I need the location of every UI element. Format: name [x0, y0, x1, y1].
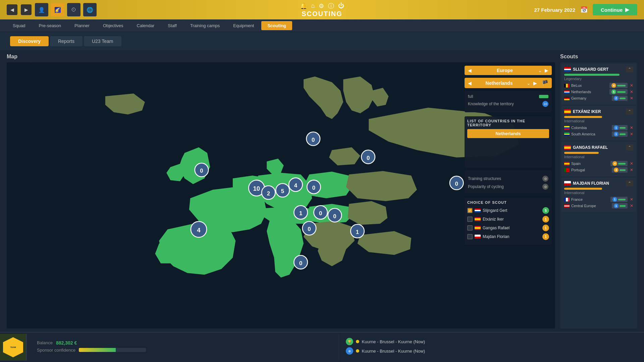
gangas-panel-flag — [564, 145, 571, 150]
sponsor-bar-fill — [79, 348, 116, 352]
sub-tabs: Discovery Reports U23 Team — [0, 32, 644, 50]
nav-planner[interactable]: Planner — [68, 21, 96, 30]
netherlands-bar — [617, 91, 626, 93]
scout-flag-name-etxaniz: ETXÁNIZ IKER — [564, 109, 601, 114]
belux-region-row: BeLux 4 ✕ — [564, 83, 633, 88]
belux-num: 4 — [609, 83, 628, 88]
belux-remove-button[interactable]: ✕ — [630, 83, 633, 88]
nav-calendar[interactable]: Calendar — [131, 21, 161, 30]
country-selector[interactable]: ◀ Netherlands ⌄ ▶ 🏴 — [465, 78, 552, 88]
scout-checkbox-gangas[interactable] — [467, 225, 473, 231]
scout-checkbox-etxaniz[interactable] — [467, 217, 473, 222]
continue-button[interactable]: Continue ▶ — [593, 4, 637, 15]
portugal-remove-button[interactable]: ✕ — [630, 168, 633, 172]
nav-back-button[interactable]: ◀ — [7, 4, 17, 15]
nav-preseason[interactable]: Pre-season — [33, 21, 67, 30]
scouting-icon-button[interactable]: 🌠 — [51, 3, 64, 16]
portugal-bar — [620, 169, 626, 171]
germany-num: 2 — [612, 96, 628, 101]
colombia-remove-button[interactable]: ✕ — [630, 125, 633, 130]
region-chevron-down[interactable]: ⌄ — [538, 68, 542, 73]
gangas-expand-button[interactable]: ⌃ — [626, 144, 633, 150]
centraleurope-flag — [564, 204, 570, 208]
selected-country[interactable]: Netherlands — [467, 129, 549, 138]
power-icon[interactable]: ⏻ — [338, 2, 344, 9]
scout-choice-majdan[interactable]: Majdan Florian 1 — [467, 233, 549, 240]
nav-equipment[interactable]: Equipment — [227, 21, 260, 30]
portugal-flag — [564, 168, 570, 172]
spain-controls: 4 ✕ — [610, 161, 633, 166]
knowledge-row: Knowledge of the territory 10 — [468, 101, 548, 107]
event-text-2: Kuurne - Brussel - Kuurne (Now) — [362, 349, 425, 354]
nav-forward-button[interactable]: ▶ — [21, 4, 32, 15]
countries-list-title: LIST OF COUNTRIES IN THE TERRITORY — [467, 119, 549, 127]
work-bars — [539, 95, 548, 98]
country-next-arrow[interactable]: ▶ — [533, 80, 537, 86]
event-dot-2 — [356, 349, 359, 353]
centraleurope-remove-button[interactable]: ✕ — [630, 203, 633, 208]
nav-staff[interactable]: Staff — [162, 21, 183, 30]
colombia-num: 1 — [612, 125, 628, 130]
scout-choice-etxaniz[interactable]: Etxániz Iker 1 — [467, 216, 549, 223]
etxaniz-full-name: ETXÁNIZ IKER — [573, 109, 601, 114]
germany-controls: 2 ✕ — [612, 96, 633, 101]
region-selector[interactable]: ◀ Europe ⌄ ▶ — [465, 66, 552, 75]
nav-squad[interactable]: Squad — [7, 21, 32, 30]
germany-flag — [564, 97, 570, 100]
info-icon[interactable]: ⓘ — [328, 2, 334, 10]
popularity-gear-icon: ⚙ — [542, 184, 548, 190]
nav-training-camps[interactable]: Training camps — [184, 21, 226, 30]
calendar-icon[interactable]: 📅 — [580, 6, 588, 13]
calendar-icon-button[interactable]: ⏲ — [67, 3, 80, 16]
nav-objectives[interactable]: Objectives — [97, 21, 129, 30]
knowledge-icon: 10 — [542, 101, 548, 107]
event-dot-1 — [356, 340, 359, 343]
gangas-flag — [475, 226, 481, 230]
tab-reports[interactable]: Reports — [50, 36, 83, 46]
country-prev-arrow[interactable]: ◀ — [468, 80, 472, 86]
spain-remove-button[interactable]: ✕ — [630, 161, 633, 166]
scout-choice-gangas[interactable]: Gangas Rafael 1 — [467, 225, 549, 231]
portugal-circle: 4 — [614, 168, 619, 172]
region-prev-arrow[interactable]: ◀ — [468, 68, 472, 73]
country-chevron-down[interactable]: ⌄ — [527, 80, 531, 86]
majdan-expand-button[interactable]: ⌃ — [626, 180, 633, 186]
svg-text:0: 0 — [319, 210, 322, 217]
belux-region-name: BeLux — [564, 83, 582, 87]
flag-icon[interactable]: 🏴 — [542, 80, 548, 86]
scout-checkbox-slijngard[interactable]: ✓ — [467, 208, 473, 213]
settings-icon[interactable]: ⚙ — [319, 2, 324, 10]
france-circle: 1 — [612, 197, 617, 202]
netherlands-remove-button[interactable]: ✕ — [630, 89, 633, 94]
scouts-panel: Scouts SLIJNGARD GERT ⌃ Legendary — [560, 54, 637, 328]
etxaniz-quality-bar — [564, 116, 602, 118]
svg-text:0: 0 — [299, 260, 302, 266]
globe-icon-button[interactable]: 🌐 — [83, 3, 97, 16]
sponsor-bar-container — [79, 348, 146, 352]
centraleurope-controls: 1 ✕ — [612, 203, 633, 208]
bell-icon[interactable]: 🔔 — [300, 2, 307, 10]
tab-u23-team[interactable]: U23 Team — [84, 36, 121, 46]
nav-scouting[interactable]: Scouting — [261, 21, 292, 30]
svg-text:0: 0 — [455, 181, 458, 187]
tab-discovery[interactable]: Discovery — [10, 36, 49, 46]
belux-controls: 4 ✕ — [609, 83, 633, 88]
etxaniz-expand-button[interactable]: ⌃ — [626, 109, 633, 115]
germany-remove-button[interactable]: ✕ — [630, 96, 633, 101]
map-container: 4 10 2 5 4 0 0 1 0 — [7, 62, 555, 328]
popularity-row: Popularity of cycling ⚙ — [468, 184, 548, 190]
scout-choice-slijngard[interactable]: ✓ Slijngard Gert 5 — [467, 207, 549, 214]
netherlands-circle: 5 — [611, 89, 616, 94]
slijngard-expand-button[interactable]: ⌃ — [626, 66, 633, 72]
region-next-arrow[interactable]: ▶ — [545, 68, 548, 73]
home-icon[interactable]: ⌂ — [311, 2, 315, 9]
southamerica-flag — [564, 132, 570, 136]
balance-value: 882,302 € — [56, 340, 77, 346]
france-remove-button[interactable]: ✕ — [630, 197, 633, 202]
scouts-list[interactable]: SLIJNGARD GERT ⌃ Legendary BeLux 4 — [560, 62, 637, 328]
squad-icon-button[interactable]: 👤 — [35, 3, 48, 16]
scout-checkbox-majdan[interactable] — [467, 234, 473, 239]
work-row: full — [468, 94, 548, 99]
svg-text:0: 0 — [200, 168, 203, 174]
southamerica-remove-button[interactable]: ✕ — [630, 132, 633, 136]
